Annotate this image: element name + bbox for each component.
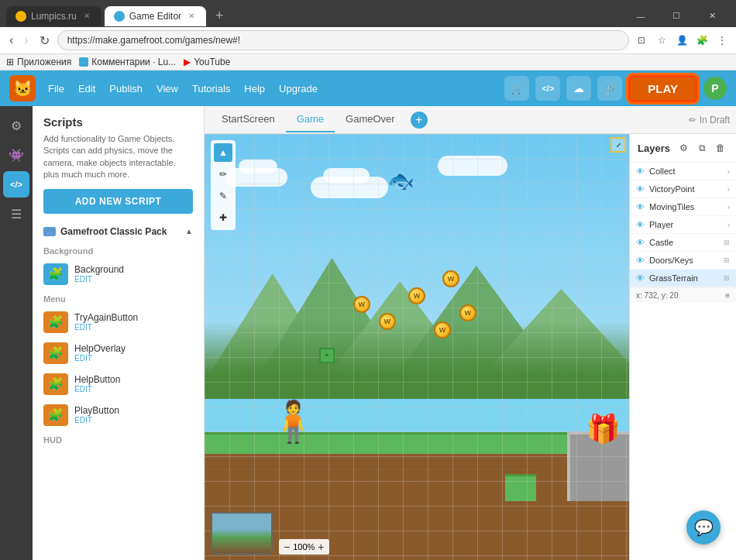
chat-button[interactable]: 💬 (686, 510, 721, 545)
layers-delete-btn[interactable]: 🗑 (713, 140, 728, 156)
pack-header[interactable]: Gamefroot Classic Pack ▲ (33, 218, 204, 242)
tool-select[interactable]: ▲ (214, 143, 232, 162)
app-header: 🐱 File Edit Publish View Tutorials Help … (0, 70, 736, 106)
layer-collect[interactable]: 👁 Collect › (630, 163, 736, 180)
minimize-button[interactable]: — (623, 5, 659, 27)
layers-actions: ⚙ ⧉ 🗑 (676, 140, 728, 156)
script-edit-helpbutton[interactable]: EDIT (74, 385, 120, 393)
layer-arrow-player: › (727, 221, 730, 229)
scripts-header: Scripts Add functionality to Game Object… (33, 106, 204, 218)
tab-game[interactable]: Game (286, 107, 335, 132)
pack-chevron-icon: ▲ (185, 227, 193, 235)
script-edit-background[interactable]: EDIT (74, 275, 124, 283)
scripts-panel: Scripts Add functionality to Game Object… (33, 106, 205, 560)
app-menu: File Edit Publish View Tutorials Help Up… (42, 80, 324, 98)
sidebar-icon-layers[interactable]: ☰ (3, 201, 29, 227)
menu-help[interactable]: Help (238, 80, 271, 98)
game-scene: 🐟 W W W W W W + 🧍 (205, 134, 629, 560)
reload-button[interactable]: ↻ (36, 32, 53, 50)
mini-map (211, 512, 273, 555)
extensions-icon[interactable]: 🧩 (694, 33, 710, 48)
maximize-button[interactable]: ☐ (659, 5, 694, 27)
tab-gameover[interactable]: GameOver (335, 107, 406, 132)
tool-pen2[interactable]: ✎ (214, 187, 232, 205)
address-bar-icons: ⊡ ☆ 👤 🧩 ⋮ (634, 33, 730, 48)
cart-icon-btn[interactable]: 🛒 (504, 76, 529, 101)
sidebar-icon-object[interactable]: 👾 (3, 142, 29, 168)
layer-name-castle: Castle (649, 238, 719, 247)
layer-doorskeys[interactable]: 👁 Doors/Keys ⊞ (630, 252, 736, 270)
play-button[interactable]: PLAY (628, 75, 697, 102)
layer-name-victory: VictoryPoint (649, 184, 723, 194)
back-button[interactable]: ‹ (6, 32, 16, 49)
script-edit-tryagain[interactable]: EDIT (74, 323, 138, 332)
coords-icon: ≡ (725, 291, 730, 300)
forward-button[interactable]: › (21, 32, 31, 49)
tab-startscreen[interactable]: StartScreen (211, 107, 286, 132)
bookmark-apps[interactable]: ⊞ Приложения (6, 57, 71, 67)
profile-button[interactable]: P (703, 77, 727, 100)
layers-add-btn[interactable]: ⧉ (694, 140, 710, 156)
menu-edit[interactable]: Edit (72, 80, 101, 98)
cloud-2b (323, 168, 370, 184)
script-puzzle-icon-3: 🧩 (48, 376, 64, 391)
layer-castle[interactable]: 👁 Castle ⊞ (630, 234, 736, 252)
layer-movingtiles[interactable]: 👁 MovingTiles › (630, 198, 736, 216)
tab-game-editor[interactable]: Game Editor ✕ (105, 6, 206, 26)
profile-icon[interactable]: 👤 (674, 33, 690, 48)
cast-icon[interactable]: ⊡ (634, 33, 649, 48)
zoom-in-button[interactable]: + (318, 541, 324, 553)
menu-icon[interactable]: ⋮ (714, 33, 730, 48)
zoom-out-button[interactable]: − (284, 541, 290, 553)
bookmark-icon[interactable]: ☆ (654, 33, 669, 48)
dirt-right-1 (536, 459, 567, 501)
cloud-3 (438, 156, 507, 176)
tab-favicon-game-editor (114, 11, 125, 22)
script-edit-helpoverlay[interactable]: EDIT (74, 354, 126, 362)
tab-favicon-lumpics (15, 11, 26, 22)
layer-grassterrain[interactable]: 👁 GrassTerrain ⊞ (630, 270, 736, 287)
pack-title-container: Gamefroot Classic Pack (43, 226, 167, 237)
player-character: 🧍 (268, 401, 318, 441)
menu-view[interactable]: View (150, 80, 184, 98)
sidebar-icon-scripts[interactable]: </> (3, 171, 29, 198)
game-canvas[interactable]: 🐟 W W W W W W + 🧍 (205, 134, 629, 560)
layer-player[interactable]: 👁 Player › (630, 216, 736, 234)
tab-lumpics[interactable]: Lumpics.ru ✕ (6, 6, 101, 26)
menu-tutorials[interactable]: Tutorials (186, 80, 236, 98)
scripts-title: Scripts (43, 115, 193, 129)
layer-victorypoint[interactable]: 👁 VictoryPoint › (630, 180, 736, 198)
layer-arrow-moving: › (727, 203, 730, 211)
sidebar-icon-settings[interactable]: ⚙ (3, 112, 29, 139)
tab-close-game-editor[interactable]: ✕ (186, 11, 197, 22)
bookmark-favicon-1 (79, 57, 88, 67)
layers-settings-btn[interactable]: ⚙ (676, 140, 691, 156)
script-name-background: Background (74, 264, 124, 275)
script-edit-playbutton[interactable]: EDIT (74, 416, 119, 424)
close-button[interactable]: ✕ (694, 5, 730, 27)
share-icon-btn[interactable]: 🔗 (597, 76, 622, 101)
zoom-value: 100% (293, 542, 315, 551)
menu-publish[interactable]: Publish (103, 80, 149, 98)
add-script-button[interactable]: ADD NEW SCRIPT (43, 189, 193, 214)
code-icon-btn[interactable]: </> (535, 76, 560, 101)
add-tab-button[interactable]: + (411, 112, 428, 129)
new-tab-button[interactable]: + (209, 5, 230, 27)
pencil-icon: ✏ (689, 115, 696, 125)
script-info-helpoverlay: HelpOverlay EDIT (74, 343, 126, 362)
menu-file[interactable]: File (42, 80, 71, 98)
tab-label-game-editor: Game Editor (129, 11, 181, 22)
address-input[interactable] (57, 30, 629, 50)
header-icons: 🛒 </> ☁ 🔗 PLAY P (504, 75, 727, 102)
layer-eye-moving: 👁 (636, 202, 645, 211)
tool-add[interactable]: ✚ (214, 208, 232, 227)
menu-upgrade[interactable]: Upgrade (273, 80, 324, 98)
section-background-label: Background (33, 242, 204, 259)
tab-close-lumpics[interactable]: ✕ (81, 11, 92, 22)
tool-pencil[interactable]: ✏ (214, 165, 232, 184)
canvas-area: StartScreen Game GameOver + ✏ In Draft (205, 106, 736, 560)
cloud-icon-btn[interactable]: ☁ (566, 76, 591, 101)
script-puzzle-icon: 🧩 (48, 266, 64, 281)
bookmark-youtube[interactable]: ▶ YouTube (184, 57, 230, 67)
bookmark-comments[interactable]: Комментарии · Lu... (79, 57, 176, 67)
